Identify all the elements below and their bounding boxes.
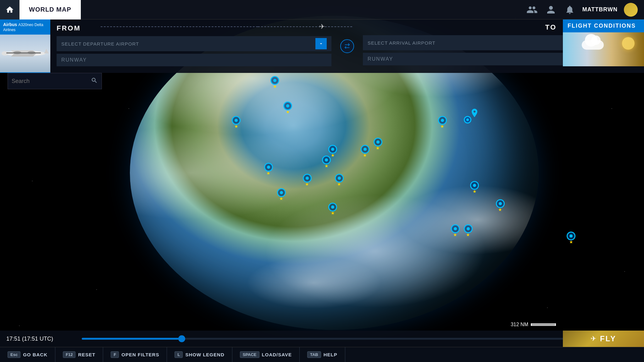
map-scale: 312 NM — [511, 322, 556, 327]
notifications-button[interactable] — [564, 3, 576, 16]
location-pin-marker[interactable] — [470, 109, 479, 121]
world-map-tab[interactable]: WORLD MAP — [19, 0, 81, 19]
esc-key: Esc — [8, 351, 20, 358]
bell-icon — [565, 5, 575, 15]
airport-marker[interactable] — [470, 181, 479, 190]
airport-ring — [438, 116, 447, 125]
time-handle[interactable] — [178, 335, 185, 342]
airport-ring — [264, 163, 273, 172]
cloud-icon — [582, 40, 604, 50]
reset-item[interactable]: F12 RESET — [55, 347, 103, 362]
search-button[interactable] — [91, 77, 98, 85]
route-line-right — [258, 26, 352, 27]
airport-marker[interactable] — [451, 224, 460, 233]
airport-marker[interactable] — [567, 232, 575, 240]
time-display: 17:51 (17:51 UTC) — [6, 336, 75, 342]
airport-ring — [277, 188, 286, 197]
tab-key: TAB — [307, 351, 321, 358]
flight-conditions-header: FLIGHT CONDITIONS — [563, 19, 644, 32]
airport-ring — [335, 174, 344, 183]
f12-key: F12 — [63, 351, 75, 358]
airport-ring — [567, 232, 575, 240]
profile-icon — [545, 4, 557, 15]
help-item[interactable]: TAB HELP — [300, 347, 345, 362]
airport-marker[interactable] — [361, 145, 369, 154]
flight-conditions-image[interactable] — [563, 32, 644, 66]
username-label: MATTBRWN — [582, 6, 618, 13]
airport-marker[interactable] — [374, 138, 382, 146]
airport-ring — [303, 174, 312, 183]
scale-bar — [531, 323, 556, 326]
airport-marker[interactable] — [335, 174, 344, 183]
airport-marker[interactable] — [277, 188, 286, 197]
aircraft-panel[interactable]: Airbus A320neo Delta Airlines — [0, 19, 50, 73]
fly-plane-icon: ✈ — [591, 335, 596, 343]
airport-ring — [328, 203, 337, 211]
airport-ring — [496, 199, 505, 208]
load-save-item[interactable]: SPACE LOAD/SAVE — [232, 347, 300, 362]
go-back-item[interactable]: Esc GO BACK — [0, 347, 55, 362]
airport-marker[interactable] — [496, 199, 505, 208]
help-label: HELP — [324, 352, 337, 357]
friends-icon — [526, 4, 538, 15]
swap-button[interactable] — [340, 39, 354, 53]
search-area — [8, 73, 102, 89]
fly-button[interactable]: ✈ FLY — [563, 331, 644, 347]
space-key: SPACE — [240, 351, 259, 358]
airport-marker[interactable] — [322, 156, 331, 164]
time-bar: 17:51 (17:51 UTC) — [0, 331, 644, 347]
airport-ring — [283, 101, 292, 110]
open-filters-item[interactable]: F OPEN FILTERS — [103, 347, 167, 362]
airport-marker[interactable] — [283, 101, 292, 110]
departure-airport-select[interactable]: SELECT DEPARTURE AIRPORT — [57, 36, 331, 51]
airport-ring — [470, 181, 479, 190]
show-legend-item[interactable]: L SHOW LEGEND — [167, 347, 232, 362]
to-label-section: TO — [539, 19, 563, 35]
airport-marker[interactable] — [464, 224, 473, 233]
chevron-down-icon — [319, 41, 324, 46]
airport-marker[interactable] — [328, 203, 337, 211]
profile-button[interactable] — [545, 3, 557, 16]
go-back-label: GO BACK — [23, 352, 47, 357]
airport-ring — [374, 138, 382, 146]
airport-marker[interactable] — [270, 76, 279, 85]
departure-placeholder: SELECT DEPARTURE AIRPORT — [61, 41, 139, 47]
friends-button[interactable] — [526, 3, 538, 16]
route-plane-icon: ✈ — [319, 23, 325, 31]
airport-marker[interactable] — [438, 116, 447, 125]
arrival-placeholder: SELECT ARRIVAL AIRPORT — [368, 40, 436, 46]
from-section: FROM SELECT DEPARTURE AIRPORT RUNWAY — [50, 19, 338, 73]
home-button[interactable] — [0, 0, 19, 19]
airport-ring — [232, 116, 241, 125]
swap-icon — [344, 43, 351, 50]
departure-runway-field: RUNWAY — [57, 54, 331, 66]
departure-dropdown-arrow[interactable] — [315, 38, 327, 49]
scale-label: 312 NM — [511, 322, 528, 327]
aircraft-image — [0, 35, 50, 72]
airport-ring — [322, 156, 331, 164]
open-filters-label: OPEN FILTERS — [121, 352, 159, 357]
airport-marker[interactable] — [232, 116, 241, 125]
airport-marker[interactable] — [303, 174, 312, 183]
home-icon — [5, 5, 14, 14]
world-map-label: WORLD MAP — [29, 6, 71, 13]
user-avatar[interactable] — [624, 3, 638, 17]
l-key: L — [175, 351, 183, 358]
search-input[interactable] — [12, 78, 91, 85]
load-save-label: LOAD/SAVE — [262, 352, 292, 357]
header-right-section: MATTBRWN — [526, 3, 644, 17]
route-line-left — [101, 26, 258, 27]
airport-ring — [464, 224, 473, 233]
airport-ring — [328, 145, 337, 154]
header-bar: WORLD MAP MATTBRWN — [0, 0, 644, 19]
aircraft-silhouette — [2, 41, 49, 66]
search-box[interactable] — [8, 73, 102, 89]
airport-marker[interactable] — [328, 145, 337, 154]
aircraft-brand: Airbus A320neo Delta Airlines — [3, 22, 47, 32]
from-label: FROM — [57, 24, 331, 32]
time-slider[interactable] — [82, 338, 638, 340]
to-label: TO — [545, 23, 557, 31]
aircraft-info: Airbus A320neo Delta Airlines — [0, 19, 50, 35]
airport-marker[interactable] — [264, 163, 273, 172]
airport-ring — [451, 224, 460, 233]
